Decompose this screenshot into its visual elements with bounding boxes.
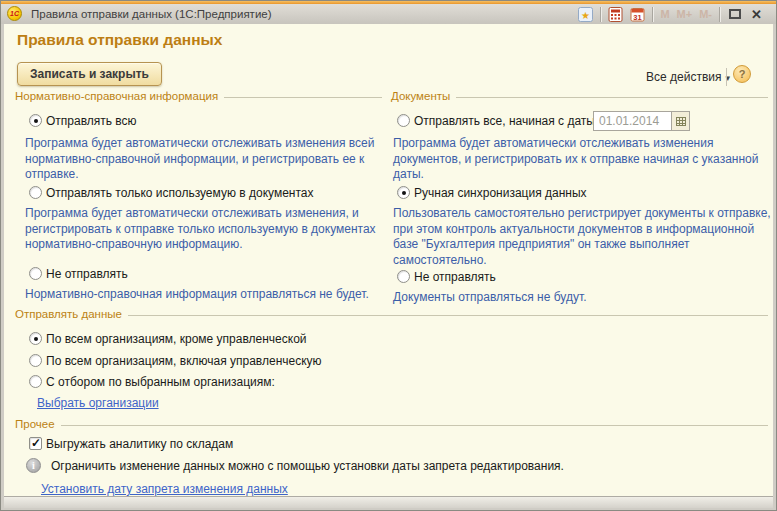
memory-plus-button[interactable]: M+: [677, 8, 693, 20]
radio-label[interactable]: Отправлять только используемую в докумен…: [46, 186, 314, 200]
radio-icon[interactable]: [29, 332, 42, 345]
radio-all-orgs-except-management[interactable]: По всем организациям, кроме управленческ…: [29, 331, 307, 346]
calendar-grid-icon: [676, 117, 686, 126]
date-picker-button[interactable]: [671, 111, 690, 131]
select-organizations-link[interactable]: Выбрать организации: [37, 396, 159, 410]
radio-icon[interactable]: [29, 267, 42, 280]
page-title: Правила отправки данных: [17, 31, 222, 49]
radio-label[interactable]: Не отправлять: [46, 267, 128, 281]
checkbox-export-warehouse-analytics[interactable]: Выгружать аналитику по складам: [29, 436, 233, 451]
date-input[interactable]: [593, 111, 671, 131]
status-bar: [4, 496, 773, 508]
radio-nsi-send-all[interactable]: Отправлять всю: [29, 113, 137, 128]
1c-logo-icon: 1С: [7, 6, 22, 21]
option-description: Нормативно-справочная информация отправл…: [25, 287, 387, 303]
radio-label[interactable]: С отбором по выбранным организациям:: [46, 375, 275, 389]
all-actions-button[interactable]: Все действия▾: [646, 70, 730, 84]
radio-label[interactable]: Отправлять все, начиная с даты: [414, 114, 595, 128]
radio-icon[interactable]: [29, 375, 42, 388]
radio-label[interactable]: По всем организациям, включая управленче…: [46, 354, 322, 368]
memory-button[interactable]: M: [660, 8, 669, 20]
radio-doc-send-from-date[interactable]: Отправлять все, начиная с даты: [397, 113, 595, 128]
group-nsi-title: Нормативно-справочная информация: [15, 90, 218, 102]
calendar-button[interactable]: 31: [630, 7, 645, 22]
option-description: Документы отправляться не будут.: [393, 290, 765, 306]
group-documents-title: Документы: [391, 90, 450, 102]
app-window: 1С Правила отправки данных (1С:Предприят…: [0, 0, 777, 511]
titlebar[interactable]: 1С Правила отправки данных (1С:Предприят…: [1, 4, 776, 24]
radio-label[interactable]: Отправлять всю: [46, 114, 137, 128]
group-line: [128, 315, 768, 316]
window-title: Правила отправки данных (1С:Предприятие): [31, 8, 272, 20]
titlebar-buttons: ★ 31: [578, 4, 764, 24]
radio-selected-orgs-filter[interactable]: С отбором по выбранным организациям:: [29, 374, 275, 389]
radio-icon[interactable]: [29, 114, 42, 127]
info-icon: i: [26, 458, 41, 473]
titlebar-separator: [719, 7, 720, 22]
maximize-button[interactable]: [727, 7, 742, 22]
radio-doc-do-not-send[interactable]: Не отправлять: [397, 269, 496, 284]
group-send-data-header: Отправлять данные: [15, 308, 768, 320]
set-data-change-ban-date-link[interactable]: Установить дату запрета изменения данных: [41, 482, 288, 496]
group-send-data-title: Отправлять данные: [15, 308, 122, 320]
option-description: Программа будет автоматически отслеживат…: [25, 206, 387, 253]
svg-text:★: ★: [581, 9, 590, 20]
svg-text:31: 31: [634, 12, 642, 21]
maximize-icon: [729, 9, 741, 19]
radio-icon[interactable]: [397, 114, 410, 127]
radio-icon[interactable]: [397, 270, 410, 283]
option-description: Программа будет автоматически отслеживат…: [25, 136, 387, 183]
header-separator: [726, 68, 727, 86]
radio-label[interactable]: Ручная синхронизация данных: [414, 186, 587, 200]
calculator-button[interactable]: [608, 7, 623, 22]
save-close-button[interactable]: Записать и закрыть: [17, 62, 162, 86]
radio-all-orgs-including-management[interactable]: По всем организациям, включая управленче…: [29, 353, 322, 368]
date-field: [593, 111, 690, 131]
option-description: Пользователь самостоятельно регистрирует…: [393, 206, 771, 268]
help-button[interactable]: ?: [733, 65, 751, 83]
radio-icon[interactable]: [29, 354, 42, 367]
radio-label[interactable]: Не отправлять: [414, 270, 496, 284]
group-line: [61, 425, 768, 426]
group-line: [224, 97, 382, 98]
favorites-button[interactable]: ★: [578, 7, 593, 22]
close-button[interactable]: ✕: [749, 7, 764, 22]
group-documents-header: Документы: [391, 90, 768, 102]
group-line: [456, 97, 768, 98]
checkbox-label[interactable]: Выгружать аналитику по складам: [46, 437, 233, 451]
form-content: Правила отправки данных Записать и закры…: [4, 24, 773, 496]
radio-nsi-send-used-only[interactable]: Отправлять только используемую в докумен…: [29, 185, 314, 200]
group-nsi-header: Нормативно-справочная информация: [15, 90, 382, 102]
calculator-icon: [608, 7, 623, 22]
group-other-title: Прочее: [15, 418, 55, 430]
memory-minus-button[interactable]: M-: [699, 8, 712, 20]
radio-label[interactable]: По всем организациям, кроме управленческ…: [46, 332, 307, 346]
radio-doc-manual-sync[interactable]: Ручная синхронизация данных: [397, 185, 587, 200]
info-text: Ограничить изменение данных можно с помо…: [51, 459, 564, 473]
all-actions-label: Все действия: [646, 70, 721, 84]
radio-icon[interactable]: [397, 186, 410, 199]
close-icon: ✕: [751, 8, 762, 21]
checkbox-icon[interactable]: [29, 437, 42, 450]
radio-nsi-do-not-send[interactable]: Не отправлять: [29, 266, 128, 281]
titlebar-separator: [600, 7, 601, 22]
option-description: Программа будет автоматически отслеживат…: [393, 136, 765, 183]
group-other-header: Прочее: [15, 418, 768, 430]
star-document-icon: ★: [578, 7, 593, 22]
titlebar-separator: [652, 7, 653, 22]
radio-icon[interactable]: [29, 186, 42, 199]
calendar-icon: 31: [630, 7, 645, 22]
